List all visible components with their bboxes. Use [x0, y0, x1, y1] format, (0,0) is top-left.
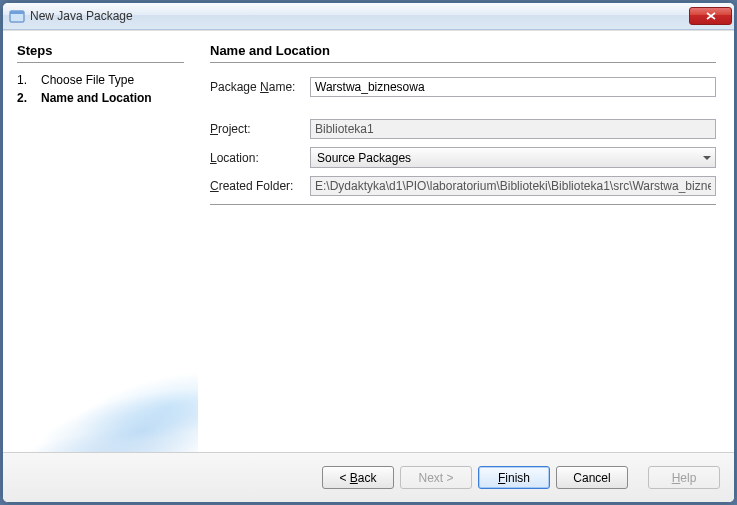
input-created-folder: [310, 176, 716, 196]
titlebar: New Java Package: [3, 3, 734, 30]
svg-rect-1: [10, 11, 24, 14]
input-project: [310, 119, 716, 139]
input-package-name[interactable]: [310, 77, 716, 97]
panel-heading: Name and Location: [210, 43, 716, 58]
step-number: 1.: [17, 73, 31, 87]
step-item: 1. Choose File Type: [17, 73, 184, 87]
row-project: Project:: [210, 119, 716, 139]
divider: [210, 204, 716, 205]
steps-sidebar: Steps 1. Choose File Type 2. Name and Lo…: [3, 31, 198, 452]
finish-button[interactable]: Finish: [478, 466, 550, 489]
footer-buttons: < Back Next > Finish Cancel Help: [3, 452, 734, 502]
steps-list: 1. Choose File Type 2. Name and Location: [17, 73, 184, 105]
step-label: Name and Location: [41, 91, 152, 105]
dialog-window: New Java Package Steps 1. Choose File Ty…: [2, 2, 735, 503]
combo-location-value: Source Packages: [317, 151, 411, 165]
label-package-name: Package Name:: [210, 80, 310, 94]
back-button[interactable]: < Back: [322, 466, 394, 489]
next-button: Next >: [400, 466, 472, 489]
row-package-name: Package Name:: [210, 77, 716, 97]
label-location: Location:: [210, 151, 310, 165]
close-button[interactable]: [689, 7, 732, 25]
close-icon: [706, 12, 716, 20]
help-button: Help: [648, 466, 720, 489]
label-project: Project:: [210, 122, 310, 136]
steps-heading: Steps: [17, 43, 184, 58]
step-label: Choose File Type: [41, 73, 134, 87]
row-created-folder: Created Folder:: [210, 176, 716, 196]
step-number: 2.: [17, 91, 31, 105]
chevron-down-icon: [703, 156, 711, 160]
row-location: Location: Source Packages: [210, 147, 716, 168]
label-created-folder: Created Folder:: [210, 179, 310, 193]
app-icon: [9, 8, 25, 24]
window-title: New Java Package: [30, 9, 689, 23]
step-item-current: 2. Name and Location: [17, 91, 184, 105]
cancel-button[interactable]: Cancel: [556, 466, 628, 489]
content-area: Steps 1. Choose File Type 2. Name and Lo…: [3, 30, 734, 452]
divider: [210, 62, 716, 63]
main-panel: Name and Location Package Name: Project:…: [198, 31, 734, 452]
combo-location[interactable]: Source Packages: [310, 147, 716, 168]
divider: [17, 62, 184, 63]
